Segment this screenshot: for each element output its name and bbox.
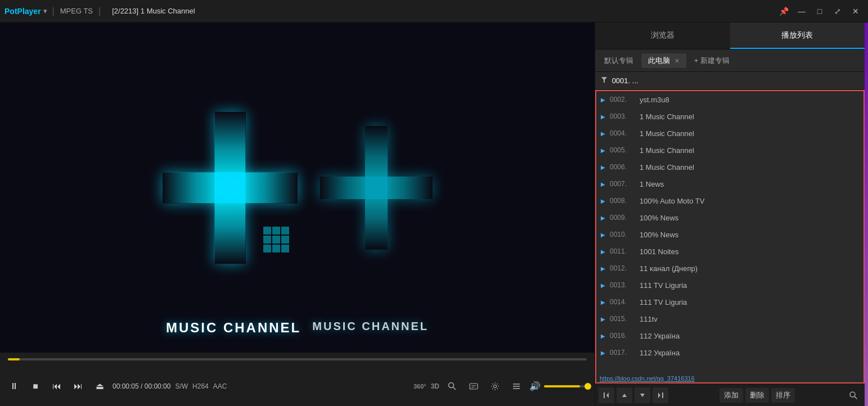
playlist-next-button[interactable] <box>653 387 668 403</box>
list-item[interactable]: ▶0013.111 TV Liguria <box>596 277 863 294</box>
right-center <box>365 177 388 199</box>
list-item[interactable]: ▶0007.1 News <box>596 175 863 192</box>
tab-playlist[interactable]: 播放列表 <box>730 22 865 49</box>
menu-icon[interactable] <box>508 378 525 395</box>
left-logo <box>163 112 298 264</box>
list-item[interactable]: ▶0015.111tv <box>596 310 863 327</box>
item-number: 0006. <box>610 163 635 171</box>
play-arrow-icon: ▶ <box>601 97 605 103</box>
dot-6 <box>281 236 289 243</box>
btn-3d[interactable]: 3D <box>431 382 439 390</box>
list-item[interactable]: ▶0011.1001 Noites <box>596 243 863 260</box>
list-item[interactable]: ▶0010.100% News <box>596 226 863 243</box>
add-label: 添加 <box>724 391 739 399</box>
playlist-body[interactable]: ▶0002.yst.m3u8▶0003.1 Music Channel▶0004… <box>595 90 865 384</box>
maximize-button[interactable]: □ <box>812 3 827 19</box>
dot-8 <box>272 245 280 252</box>
minimize-button[interactable]: — <box>794 3 809 19</box>
search-icon[interactable] <box>444 378 461 395</box>
svg-marker-10 <box>606 393 609 398</box>
dot-5 <box>272 236 280 243</box>
close-button[interactable]: ✕ <box>848 3 863 19</box>
prev-track-button[interactable]: ⏮ <box>48 378 65 395</box>
dot-3 <box>281 227 289 234</box>
play-arrow-icon: ▶ <box>601 181 605 187</box>
item-title: 1 Music Channel <box>640 129 859 138</box>
left-logo-cross <box>163 112 298 264</box>
cross-center <box>214 172 245 203</box>
playlist-down-button[interactable] <box>635 387 650 403</box>
play-arrow-icon: ▶ <box>601 215 605 221</box>
tab-browser[interactable]: 浏览器 <box>595 22 730 49</box>
list-item[interactable]: ▶0003.1 Music Channel <box>596 108 863 125</box>
svg-line-17 <box>854 396 857 399</box>
list-item[interactable]: ▶0004.1 Music Channel <box>596 125 863 142</box>
dot-4 <box>263 236 271 243</box>
list-item[interactable]: ▶0009.100% News <box>596 209 863 226</box>
logo-dropdown[interactable]: ▾ <box>43 7 47 15</box>
svg-point-5 <box>494 385 497 387</box>
list-item[interactable]: ▶0012.11 канал (Днепр) <box>596 260 863 277</box>
list-item[interactable]: ▶0006.1 Music Channel <box>596 159 863 175</box>
item-title: 111tv <box>640 315 859 323</box>
remove-button[interactable]: 删除 <box>745 388 769 403</box>
volume-knob[interactable] <box>584 383 591 390</box>
album-tab-new[interactable]: + 新建专辑 <box>687 53 736 68</box>
btn-360[interactable]: 360° <box>413 383 426 390</box>
progress-bar[interactable] <box>8 358 587 360</box>
album-new-label: + 新建专辑 <box>694 56 730 65</box>
item-number: 0004. <box>610 129 635 137</box>
album-tab-thispc[interactable]: 此电脑 ✕ <box>641 53 686 68</box>
volume-slider[interactable] <box>544 385 589 387</box>
list-item[interactable]: ▶0002.yst.m3u8 <box>596 91 863 108</box>
tab-browser-label: 浏览器 <box>651 30 674 40</box>
album-thispc-label: 此电脑 <box>648 56 670 65</box>
dot-9 <box>281 245 289 252</box>
svg-point-16 <box>850 392 855 397</box>
play-pause-button[interactable]: ⏸ <box>6 378 23 395</box>
album-tab-close[interactable]: ✕ <box>674 57 680 64</box>
title-sep2: | <box>98 6 101 16</box>
playlist-header: 0001. ... <box>595 72 865 90</box>
resize-button[interactable]: ⤢ <box>830 3 845 19</box>
playlist-prev-button[interactable] <box>599 387 614 403</box>
item-title: 111 TV Liguria <box>640 281 859 290</box>
album-tabs-row: 默认专辑 此电脑 ✕ + 新建专辑 <box>595 49 865 72</box>
list-item[interactable]: ▶0017.112 Україна <box>596 344 863 361</box>
play-arrow-icon: ▶ <box>601 249 605 255</box>
eject-button[interactable]: ⏏ <box>91 378 108 395</box>
album-tab-default[interactable]: 默认专辑 <box>597 53 640 68</box>
svg-marker-9 <box>601 77 607 83</box>
list-item[interactable]: ▶0008.100% Auto Moto TV <box>596 192 863 209</box>
play-arrow-icon: ▶ <box>601 114 605 120</box>
item-title: 112 Україна <box>640 332 859 340</box>
current-item-text: 0001. ... <box>612 76 638 85</box>
control-bar: ⏸ ■ ⏮ ⏭ ⏏ 00:00:05 / 00:00:00 S/W H264 A… <box>0 353 595 406</box>
list-item[interactable]: ▶0014.111 TV Liguria <box>596 294 863 310</box>
caption-button[interactable] <box>465 378 482 395</box>
right-channel-text: MUSIC CHANNEL <box>312 320 429 336</box>
play-arrow-icon: ▶ <box>601 265 605 272</box>
item-title: 112 Україна <box>640 349 859 357</box>
pin-button[interactable]: 📌 <box>776 3 791 19</box>
item-title: 1001 Noites <box>640 247 859 256</box>
item-title: 100% News <box>640 214 859 222</box>
settings-icon[interactable] <box>487 378 503 395</box>
stop-button[interactable]: ■ <box>27 378 44 395</box>
time-display: 00:00:05 / 00:00:00 <box>113 382 170 390</box>
sort-label: 排序 <box>776 391 790 399</box>
list-item[interactable]: ▶0005.1 Music Channel <box>596 142 863 159</box>
volume-control: 🔊 <box>529 381 589 391</box>
item-title: 1 Music Channel <box>640 146 859 155</box>
sort-button[interactable]: 排序 <box>771 388 795 403</box>
item-title: 100% Auto Moto TV <box>640 197 859 205</box>
video-canvas[interactable]: MUSIC CHANNEL MUSIC CHANNEL <box>0 22 595 353</box>
list-item[interactable]: ▶0016.112 Україна <box>596 327 863 344</box>
item-number: 0003. <box>610 112 635 120</box>
next-track-button[interactable]: ⏭ <box>70 378 87 395</box>
playlist-up-button[interactable] <box>617 387 632 403</box>
volume-icon[interactable]: 🔊 <box>529 381 541 391</box>
add-button[interactable]: 添加 <box>719 388 743 403</box>
sidebar-search-icon[interactable] <box>845 387 861 403</box>
sidebar-tabs: 浏览器 播放列表 <box>595 22 865 49</box>
